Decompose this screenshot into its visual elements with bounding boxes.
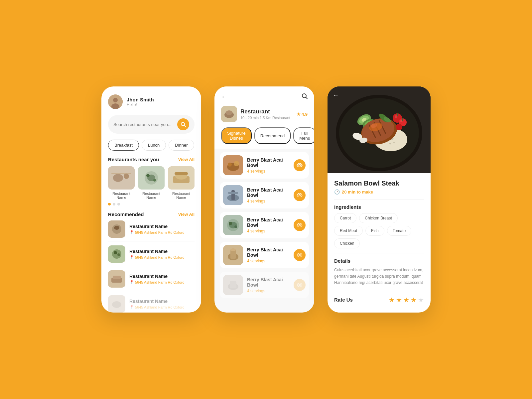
eye-button-1[interactable] (294, 159, 306, 171)
star-icon: ★ (297, 112, 301, 117)
dish-list: Berry Blast Acai Bowl 4 servings (214, 149, 314, 313)
dish-img-5 (223, 275, 243, 295)
dish-item-5[interactable]: Berry Blast Acai Bowl 4 servings (220, 272, 309, 298)
eye-icon-4 (297, 253, 303, 257)
star-1[interactable]: ★ (389, 296, 395, 304)
rec-item-1[interactable]: Restaurant Name 📍 5645 Ashland Farm Rd O… (108, 217, 195, 241)
dish-detail-body: Salamon Bowl Steak 🕐 20 min to make Ingr… (328, 173, 431, 313)
rest-card-name-3: Restaurant Name (168, 192, 195, 200)
avatar (108, 94, 123, 109)
tab-full-menu[interactable]: Full Menu (293, 127, 314, 144)
dish-name-3: Berry Blast Acai Bowl (247, 217, 290, 228)
profile-row: Jhon Smith Hello! (108, 94, 195, 109)
svg-rect-27 (113, 276, 121, 279)
svg-point-65 (299, 285, 300, 286)
screens-container: Jhon Smith Hello! Breakfast Lunch Dinner… (101, 86, 431, 313)
rest-card-2[interactable]: Restaurant Name (138, 166, 165, 200)
menu-tabs: Signature Dishes Recommend Full Menu (221, 127, 308, 144)
eye-button-3[interactable] (294, 219, 306, 231)
location-icon-4: 📍 (129, 305, 134, 309)
svg-point-92 (400, 120, 402, 122)
rest-card-1[interactable]: Restaurant Name (108, 166, 135, 200)
tab-breakfast[interactable]: Breakfast (108, 140, 139, 151)
profile-greeting: Hello! (127, 102, 154, 107)
rec-addr-4: 📍 5645 Ashland Farm Rd Oxford (129, 305, 185, 309)
food-illustration (328, 86, 431, 173)
nearby-view-all[interactable]: View All (178, 157, 195, 162)
search-button[interactable] (177, 118, 189, 130)
time-value: 20 min to make (342, 190, 373, 195)
ingredient-red-meat: Red Meat (334, 226, 363, 236)
svg-point-93 (396, 124, 402, 130)
food-hero: ← (328, 86, 431, 173)
search-bar[interactable] (108, 115, 195, 134)
rec-item-3[interactable]: Restaurant Name 📍 5645 Ashland Farm Rd O… (108, 267, 195, 291)
screen1: Jhon Smith Hello! Breakfast Lunch Dinner… (101, 86, 201, 313)
recommended-section: Recommended View All Restaurant Name (108, 211, 195, 313)
search-input[interactable] (113, 122, 175, 127)
svg-point-29 (112, 301, 121, 308)
eye-button-2[interactable] (294, 189, 306, 201)
svg-point-38 (228, 163, 232, 167)
svg-point-37 (234, 161, 239, 166)
svg-point-41 (299, 165, 300, 166)
svg-point-58 (230, 248, 236, 251)
eye-button-4[interactable] (294, 249, 306, 261)
carousel-dots (108, 203, 195, 205)
eye-button-5[interactable] (294, 279, 306, 291)
tab-lunch[interactable]: Lunch (142, 140, 166, 151)
tab-dinner[interactable]: Dinner (169, 140, 194, 151)
rec-name-4: Restaurant Name (129, 299, 185, 304)
meal-tabs: Breakfast Lunch Dinner (108, 140, 195, 151)
tab-signature[interactable]: Signature Dishes (221, 127, 252, 144)
rest-card-name-2: Restaurant Name (138, 192, 165, 200)
recommended-view-all[interactable]: View All (178, 212, 195, 217)
svg-line-4 (184, 125, 186, 127)
divider-2 (334, 253, 424, 253)
nearby-section: Restaurants near you View All Restaurant… (108, 157, 195, 205)
nearby-header: Restaurants near you View All (108, 157, 195, 162)
star-4[interactable]: ★ (411, 296, 417, 304)
eye-icon-5 (297, 283, 303, 287)
eye-icon-2 (297, 193, 303, 197)
svg-point-90 (395, 115, 397, 118)
svg-point-51 (229, 222, 232, 225)
search-icon-button[interactable] (302, 93, 308, 101)
rec-img-4 (108, 295, 125, 313)
star-3[interactable]: ★ (403, 296, 409, 304)
ingredient-tomato: Tomato (387, 226, 411, 236)
s2-nav: ← (221, 93, 308, 101)
svg-point-52 (234, 225, 237, 228)
star-5[interactable]: ★ (418, 296, 424, 304)
screen3: ← Salamon Bowl Steak 🕐 20 min to make In… (328, 86, 431, 313)
dish-info-5: Berry Blast Acai Bowl 4 servings (247, 277, 290, 293)
recommended-header: Recommended View All (108, 211, 195, 217)
svg-point-1 (113, 98, 118, 102)
restaurant-rating: ★ 4.9 (297, 112, 308, 117)
ingredients-label: Ingredients (334, 204, 424, 210)
svg-rect-57 (230, 250, 236, 259)
star-2[interactable]: ★ (396, 296, 402, 304)
rec-name-1: Restaurant Name (129, 224, 185, 229)
dish-item-1[interactable]: Berry Blast Acai Bowl 4 servings (220, 152, 309, 179)
dish-item-3[interactable]: Berry Blast Acai Bowl 4 servings (220, 212, 309, 238)
restaurant-cards: Restaurant Name Restaurant Name (108, 166, 195, 200)
dish-item-4[interactable]: Berry Blast Acai Bowl 4 servings (220, 242, 309, 268)
ingredient-chicken-breast: Chicken Breast (359, 213, 397, 223)
rec-info-4: Restaurant Name 📍 5645 Ashland Farm Rd O… (129, 299, 185, 309)
back-button-hero[interactable]: ← (333, 92, 339, 99)
dish-info-1: Berry Blast Acai Bowl 4 servings (247, 157, 290, 174)
rec-item-2[interactable]: Restaurant Name 📍 5645 Ashland Farm Rd O… (108, 242, 195, 266)
rest-card-3[interactable]: Restaurant Name (168, 166, 195, 200)
svg-point-22 (112, 249, 121, 259)
divider-3 (334, 291, 424, 291)
rec-item-4[interactable]: Restaurant Name 📍 5645 Ashland Farm Rd O… (108, 292, 195, 313)
back-button[interactable]: ← (221, 93, 227, 100)
svg-point-20 (114, 226, 119, 230)
dish-item-2[interactable]: Berry Blast Acai Bowl 4 servings (220, 182, 309, 208)
tab-recommend[interactable]: Recommend (254, 127, 291, 144)
rec-info-3: Restaurant Name 📍 5645 Ashland Farm Rd O… (129, 274, 185, 284)
svg-point-12 (146, 174, 150, 177)
ingredients-section: Ingredients Carrot Chicken Breast Red Me… (334, 204, 424, 248)
dish-name-5: Berry Blast Acai Bowl (247, 277, 290, 288)
